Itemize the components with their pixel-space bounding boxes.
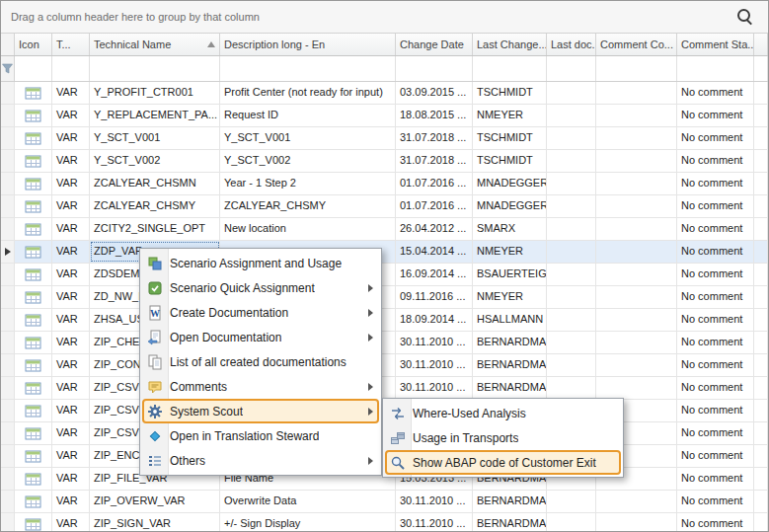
cell-description: Y_SCT_V001 xyxy=(220,127,396,149)
table-row[interactable]: VARY_SCT_V002Y_SCT_V00231.07.2018 ...TSC… xyxy=(1,150,768,173)
column-header-lastchg[interactable]: Last Change... xyxy=(473,34,547,55)
group-by-panel[interactable]: Drag a column header here to group by th… xyxy=(1,1,768,34)
table-row[interactable]: VARZIP_CONV30.11.2010 ...BERNARDMANo com… xyxy=(1,354,768,377)
cell-type: VAR xyxy=(52,445,90,467)
cell-comment-count xyxy=(596,82,677,104)
table-row[interactable]: VARZIP_CSV30.11.2010 ...BERNARDMANo comm… xyxy=(1,377,768,400)
cell-last-doc xyxy=(547,150,596,172)
cell-filler xyxy=(754,173,768,194)
column-header-label: Description long - En xyxy=(224,38,325,50)
context-menu-item-others[interactable]: Others xyxy=(142,448,379,473)
cell-description: Request ID xyxy=(220,105,396,126)
table-row[interactable]: VARZCITY2_SINGLE_OPTNew location26.04.20… xyxy=(1,218,768,241)
cell-change-date: 18.09.2014 ... xyxy=(396,309,473,331)
cell-last-doc xyxy=(547,286,596,308)
table-row[interactable]: VARZDSDEMO16.09.2014 ...BSAUERTEIGNo com… xyxy=(1,264,768,286)
cell-filler xyxy=(754,264,768,285)
row-icon-cell xyxy=(15,513,52,532)
cell-description: ZCALYEAR_CHSMY xyxy=(220,195,396,217)
cell-comment-count xyxy=(596,241,677,263)
context-menu-item-create-documentation[interactable]: WCreate Documentation xyxy=(142,300,379,325)
filter-cell-type[interactable] xyxy=(52,56,90,81)
variable-table-icon xyxy=(25,289,41,305)
cell-comment-count xyxy=(596,195,677,217)
table-row[interactable]: VARZHSA_US18.09.2014 ...HSALLMANNNo comm… xyxy=(1,309,768,332)
context-menu-item-list-of-all-created-documentations[interactable]: List of all created documentations xyxy=(142,349,379,374)
cell-type: VAR xyxy=(52,264,90,285)
cell-change-date: 16.09.2014 ... xyxy=(396,264,473,285)
context-menu-item-open-in-translation-steward[interactable]: Open in Translation Steward xyxy=(142,423,379,448)
column-header-date[interactable]: Change Date xyxy=(396,34,473,55)
context-menu-item-scenario-assignment-and-usage[interactable]: Scenario Assignment and Usage xyxy=(142,251,379,275)
table-row[interactable]: VARZIP_CHEC30.11.2010 ...BERNARDMANo com… xyxy=(1,332,768,354)
submenu-item-usage-in-transports[interactable]: Usage in Transports xyxy=(385,425,621,450)
cell-comment-count xyxy=(596,332,677,353)
cell-filler xyxy=(754,82,768,104)
column-header-type[interactable]: T... xyxy=(52,34,90,55)
variable-table-icon xyxy=(25,244,41,260)
cell-last-changed-by: BERNARDMA xyxy=(473,354,547,376)
column-header-tech[interactable]: Technical Name xyxy=(90,34,220,55)
search-button[interactable] xyxy=(732,4,758,30)
row-icon-cell xyxy=(15,195,52,217)
context-menu-item-comments[interactable]: Comments xyxy=(142,374,379,399)
column-header-icon[interactable]: Icon xyxy=(15,34,52,55)
cell-comment-status: No comment xyxy=(677,332,754,353)
table-row[interactable]: VARZCALYEAR_CHSMNYear - 1 Step 201.07.20… xyxy=(1,173,768,195)
column-header-desc[interactable]: Description long - En xyxy=(220,34,396,55)
row-indicator-cell xyxy=(1,218,15,240)
cell-comment-count xyxy=(596,173,677,194)
table-row[interactable]: VARY_PROFIT_CTR001Profit Center (not rea… xyxy=(1,82,768,105)
cell-type: VAR xyxy=(52,400,90,421)
cell-description: New location xyxy=(220,218,396,240)
cell-comment-status: No comment xyxy=(677,286,754,308)
cell-comment-status: No comment xyxy=(677,400,754,421)
cell-last-doc xyxy=(547,127,596,149)
context-menu-item-open-documentation[interactable]: Open Documentation xyxy=(142,325,379,349)
table-row[interactable]: VARY_SCT_V001Y_SCT_V00131.07.2018 ...TSC… xyxy=(1,127,768,150)
context-menu-item-scenario-quick-assignment[interactable]: Scenario Quick Assignment xyxy=(142,275,379,300)
submenu-arrow-icon xyxy=(368,457,373,465)
column-header-label: Technical Name xyxy=(94,38,171,50)
filter-cell-tech[interactable] xyxy=(90,56,220,81)
variable-table-icon xyxy=(25,335,41,350)
table-row[interactable]: VARZCALYEAR_CHSMYZCALYEAR_CHSMY01.07.201… xyxy=(1,195,768,218)
cell-last-doc xyxy=(547,82,596,104)
column-header-cco[interactable]: Comment Co... xyxy=(596,34,677,55)
row-icon-cell xyxy=(15,105,52,126)
row-indicator-cell xyxy=(1,354,15,376)
table-row[interactable]: VARZD_NW_K09.11.2016 ...NMEYERNo comment xyxy=(1,286,768,309)
variable-table-icon xyxy=(25,85,41,101)
table-row[interactable]: VARY_REPLACEMENT_PA...Request ID18.08.20… xyxy=(1,105,768,127)
column-header-csta[interactable]: Comment Sta... xyxy=(677,34,754,55)
column-header-lastdoc[interactable]: Last doc... xyxy=(547,34,596,55)
cell-type: VAR xyxy=(52,173,90,194)
system-scout-submenu: Where-Used AnalysisUsage in TransportsSh… xyxy=(382,398,624,478)
cell-type: VAR xyxy=(52,218,90,240)
filter-cell-cco[interactable] xyxy=(596,56,677,81)
table-row[interactable]: VARZIP_OVERW_VAROverwrite Data30.11.2010… xyxy=(1,491,768,513)
cell-last-changed-by: TSCHMIDT xyxy=(473,82,547,104)
filter-cell-lastdoc[interactable] xyxy=(547,56,596,81)
table-row[interactable]: VARZIP_SIGN_VAR+/- Sign Display30.11.201… xyxy=(1,513,768,532)
filter-cell-lastchg[interactable] xyxy=(473,56,547,81)
row-indicator-cell xyxy=(1,127,15,149)
submenu-arrow-icon xyxy=(368,334,373,342)
row-indicator-cell xyxy=(1,332,15,353)
row-icon-cell xyxy=(15,400,52,421)
table-row[interactable]: VARZDP_VAR15.04.2014 ...NMEYERNo comment xyxy=(1,241,768,264)
filter-cell-icon[interactable] xyxy=(15,56,52,81)
submenu-item-where-used-analysis[interactable]: Where-Used Analysis xyxy=(385,401,621,425)
cell-last-changed-by: NMEYER xyxy=(473,241,547,263)
filter-cell-csta[interactable] xyxy=(677,56,754,81)
cell-last-changed-by: BERNARDMA xyxy=(473,332,547,353)
cell-type: VAR xyxy=(52,286,90,308)
row-indicator-cell xyxy=(1,491,15,512)
row-icon-cell xyxy=(15,241,52,263)
cell-comment-count xyxy=(596,309,677,331)
filter-cell-desc[interactable] xyxy=(220,56,396,81)
context-menu-item-system-scout[interactable]: System Scout xyxy=(142,399,379,423)
filter-cell-date[interactable] xyxy=(396,56,473,81)
submenu-item-show-abap-code-of-customer-exit[interactable]: Show ABAP code of Customer Exit xyxy=(385,450,621,475)
cell-last-changed-by: BERNARDMA xyxy=(473,491,547,512)
